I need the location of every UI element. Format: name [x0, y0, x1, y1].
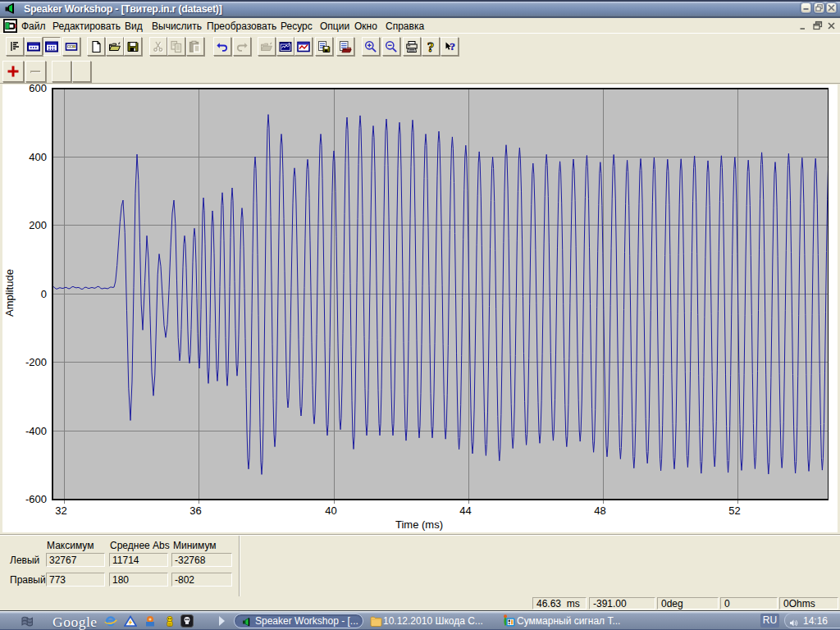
- svg-text:200: 200: [29, 219, 47, 231]
- svg-text:-600: -600: [25, 493, 47, 505]
- svg-text:52: 52: [728, 504, 740, 517]
- svg-text:36: 36: [189, 504, 201, 517]
- svg-text:?: ?: [450, 40, 455, 52]
- svg-text:0: 0: [41, 288, 47, 300]
- svg-text:600: 600: [29, 84, 47, 94]
- svg-text:Time (ms): Time (ms): [395, 518, 443, 531]
- svg-text:32: 32: [55, 504, 66, 517]
- svg-text:-200: -200: [25, 356, 47, 368]
- svg-text:400: 400: [29, 151, 47, 163]
- svg-text:48: 48: [594, 504, 605, 517]
- svg-text:Amplitude: Amplitude: [3, 269, 16, 317]
- svg-text:44: 44: [459, 504, 471, 517]
- svg-text:40: 40: [325, 504, 336, 517]
- svg-text:-400: -400: [25, 425, 47, 437]
- svg-text:?: ?: [427, 40, 435, 53]
